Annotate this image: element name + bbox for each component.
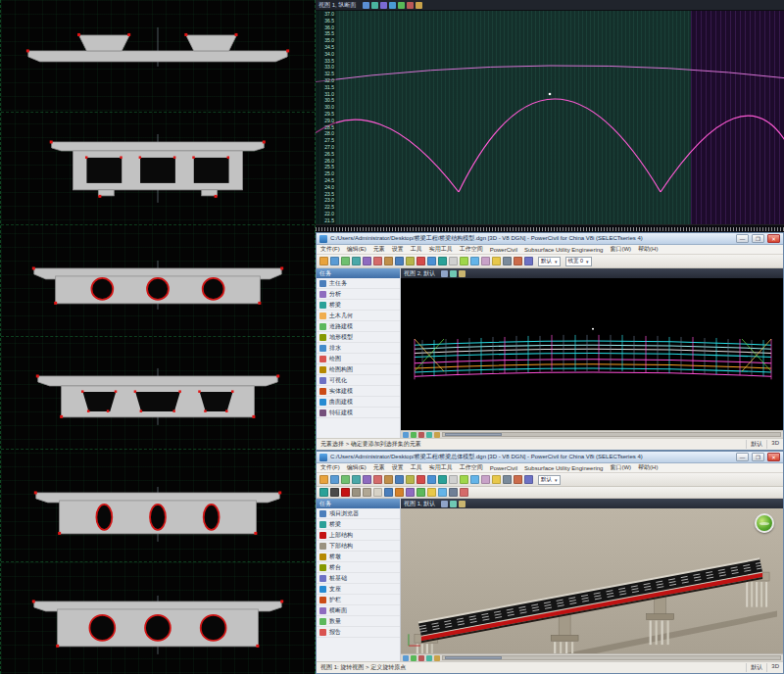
reference-icon[interactable] <box>524 257 533 265</box>
pan-icon[interactable] <box>434 655 440 661</box>
zoom-out-icon[interactable] <box>418 655 424 661</box>
render-canvas[interactable] <box>401 508 783 653</box>
hatch-icon[interactable] <box>503 475 512 484</box>
zoom-in-icon[interactable] <box>411 432 416 438</box>
trim-icon[interactable] <box>406 257 415 265</box>
quantity-icon[interactable] <box>416 488 425 497</box>
line-weight-select[interactable]: 线宽 0 ▾ <box>565 257 592 266</box>
zoom-out-icon[interactable] <box>418 432 424 438</box>
close-button[interactable]: ✕ <box>767 234 780 243</box>
task-surfaces[interactable]: 曲面建模 <box>317 397 400 408</box>
maximize-button[interactable]: ❐ <box>752 453 764 461</box>
render-window-titlebar[interactable]: C:/Users/Administrator/Desktop/桥梁工程/桥梁总体… <box>317 452 783 463</box>
cross-section-view-3[interactable] <box>1 225 315 338</box>
task-piles[interactable]: 桩基础 <box>317 573 400 584</box>
cross-section-view-5[interactable] <box>1 450 315 562</box>
minimize-button[interactable]: — <box>736 453 749 461</box>
task-panel-header[interactable]: 任务 <box>317 268 400 278</box>
menu-item[interactable]: 窗口(W) <box>610 463 631 472</box>
task-solids[interactable]: 实体建模 <box>317 386 400 397</box>
minimize-button[interactable]: — <box>736 234 749 243</box>
menu-item[interactable]: 设置 <box>392 245 404 254</box>
menu-item[interactable]: PowerCivil <box>490 465 517 471</box>
task-browser[interactable]: 项目浏览器 <box>317 508 400 519</box>
rebar-icon[interactable] <box>395 488 404 497</box>
scale-icon[interactable] <box>373 257 382 265</box>
task-drawing[interactable]: 绘图 <box>317 354 400 364</box>
maximize-button[interactable]: ❐ <box>752 234 764 243</box>
task-features[interactable]: 特征建模 <box>317 408 400 418</box>
undo-icon[interactable] <box>427 475 436 484</box>
cross-section-view-4[interactable] <box>1 337 315 450</box>
redo-icon[interactable] <box>438 475 447 484</box>
menu-item[interactable]: 帮助(H) <box>638 463 658 472</box>
task-bridge[interactable]: 桥梁 <box>317 300 400 311</box>
status-field[interactable]: 默认 <box>746 663 762 672</box>
model-window-titlebar[interactable]: C:/Users/Administrator/Desktop/桥梁工程/桥梁结构… <box>317 233 783 245</box>
view-attributes-icon[interactable] <box>363 2 369 9</box>
pile-icon[interactable] <box>373 488 382 497</box>
delete-icon[interactable] <box>416 257 425 265</box>
place-arc-icon[interactable] <box>460 475 468 484</box>
move-icon[interactable] <box>352 475 361 484</box>
menu-item[interactable]: 工作空间 <box>460 463 483 472</box>
status-field[interactable]: 默认 <box>746 440 762 449</box>
report-icon[interactable] <box>427 488 436 497</box>
menu-item[interactable]: Subsurface Utility Engineering <box>524 247 603 253</box>
menu-item[interactable]: PowerCivil <box>490 247 517 253</box>
place-line-icon[interactable] <box>449 257 458 265</box>
wireframe-canvas[interactable] <box>401 278 783 430</box>
section-cut-icon[interactable] <box>406 488 415 497</box>
view-zoom-icon[interactable] <box>459 270 466 277</box>
task-analysis[interactable]: 分析 <box>317 289 400 300</box>
pan-view-icon[interactable] <box>389 2 396 9</box>
cross-section-view-1[interactable] <box>1 0 315 113</box>
rotate-icon[interactable] <box>363 257 371 265</box>
zoom-in-icon[interactable] <box>398 2 405 9</box>
menu-item[interactable]: 元素 <box>373 245 385 254</box>
pan-icon[interactable] <box>434 432 440 438</box>
hatch-icon[interactable] <box>503 257 512 265</box>
task-substructure[interactable]: 下部结构 <box>317 541 400 552</box>
task-barrier[interactable]: 护栏 <box>317 595 400 605</box>
task-bridge[interactable]: 桥梁 <box>317 519 400 530</box>
update-view-icon[interactable] <box>403 432 409 438</box>
task-pier[interactable]: 桥墩 <box>317 552 400 562</box>
task-drainage[interactable]: 排水 <box>317 343 400 354</box>
place-arc-icon[interactable] <box>460 257 468 265</box>
active-level-select[interactable]: 默认 ▾ <box>538 257 561 266</box>
task-superstructure[interactable]: 上部结构 <box>317 530 400 541</box>
menu-item[interactable]: 实用工具 <box>429 245 453 254</box>
element-selection-icon[interactable] <box>319 257 328 265</box>
cross-section-view-2[interactable] <box>1 113 315 225</box>
task-report[interactable]: 报告 <box>317 627 400 638</box>
horizontal-scrollbar[interactable] <box>442 432 781 437</box>
rotate-view-icon[interactable] <box>380 2 387 9</box>
active-level-select[interactable]: 默认 ▾ <box>538 475 561 485</box>
menu-item[interactable]: 工具 <box>411 463 422 472</box>
fit-view-icon[interactable] <box>426 655 432 661</box>
view-display-icon[interactable] <box>441 270 448 277</box>
abutment-icon[interactable] <box>363 488 371 497</box>
place-circle-icon[interactable] <box>470 257 479 265</box>
bearing-icon[interactable] <box>384 488 393 497</box>
camera-icon[interactable] <box>449 488 458 497</box>
profile-view-panel[interactable]: 视图 1, 纵断面 37.036.536.035.535.034.534.033… <box>316 0 784 232</box>
menu-item[interactable]: 编辑(E) <box>347 245 367 254</box>
pier-icon[interactable] <box>352 488 361 497</box>
green-globe-badge[interactable] <box>755 513 774 533</box>
trim-icon[interactable] <box>406 475 415 484</box>
animation-icon[interactable] <box>460 488 468 497</box>
fit-view-icon[interactable] <box>426 432 432 438</box>
close-button[interactable]: ✕ <box>767 453 780 461</box>
task-abutment[interactable]: 桥台 <box>317 562 400 573</box>
menu-item[interactable]: 工具 <box>411 245 422 254</box>
task-composition[interactable]: 绘图构图 <box>317 364 400 375</box>
girder-icon[interactable] <box>341 488 350 497</box>
array-icon[interactable] <box>395 475 404 484</box>
move-icon[interactable] <box>352 257 361 265</box>
copy-icon[interactable] <box>341 257 350 265</box>
view-rotate-icon[interactable] <box>450 501 457 507</box>
scale-icon[interactable] <box>373 475 382 484</box>
fence-icon[interactable] <box>330 257 339 265</box>
